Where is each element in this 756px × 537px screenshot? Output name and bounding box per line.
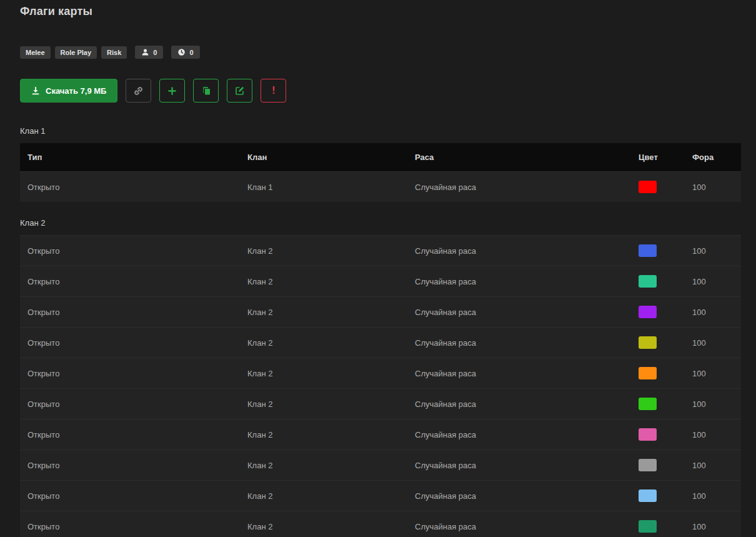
section-title: Клан 1 [20, 126, 741, 136]
section-title: Клан 2 [20, 218, 741, 228]
cell-race: Случайная раса [407, 172, 631, 203]
cell-type: Открыто [20, 481, 240, 511]
cell-handicap: 100 [685, 419, 741, 450]
person-icon [141, 48, 149, 56]
edit-button[interactable] [227, 79, 252, 103]
cell-handicap: 100 [685, 172, 741, 203]
table-row: ОткрытоКлан 2Случайная раса100 [20, 266, 741, 297]
page-title: Флаги карты [20, 5, 741, 18]
cell-clan: Клан 2 [240, 236, 407, 266]
table-row: ОткрытоКлан 1Случайная раса100 [20, 172, 741, 203]
cell-clan: Клан 2 [240, 511, 407, 537]
plus-icon [167, 86, 177, 96]
add-button[interactable] [159, 79, 185, 103]
color-swatch [639, 306, 657, 318]
column-header: Раса [407, 143, 631, 172]
cell-type: Открыто [20, 297, 240, 328]
flags-table: ТипКланРасаЦветФораОткрытоКлан 1Случайна… [20, 143, 741, 202]
players-count: 0 [153, 49, 157, 56]
color-swatch [639, 520, 657, 533]
table-row: ОткрытоКлан 2Случайная раса100 [20, 450, 741, 481]
tag-melee: Melee [20, 46, 51, 59]
cell-race: Случайная раса [407, 328, 631, 358]
cell-clan: Клан 2 [240, 481, 407, 511]
download-label: Скачать 7,9 МБ [46, 86, 106, 96]
cell-race: Случайная раса [407, 358, 631, 389]
cell-handicap: 100 [685, 481, 741, 511]
tag-risk: Risk [101, 46, 127, 59]
download-button[interactable]: Скачать 7,9 МБ [20, 79, 117, 103]
warning-button[interactable]: ! [261, 79, 286, 103]
color-swatch [639, 336, 657, 349]
color-swatch [639, 428, 657, 441]
table-row: ОткрытоКлан 2Случайная раса100 [20, 358, 741, 389]
cell-clan: Клан 2 [240, 358, 407, 389]
table-row: ОткрытоКлан 2Случайная раса100 [20, 481, 741, 511]
cell-handicap: 100 [685, 328, 741, 358]
cell-color [631, 358, 685, 389]
cell-clan: Клан 2 [240, 389, 407, 419]
cell-type: Открыто [20, 266, 240, 297]
chain-icon [133, 86, 144, 96]
cell-color [631, 511, 685, 537]
cell-handicap: 100 [685, 450, 741, 481]
cell-color [631, 389, 685, 419]
table-row: ОткрытоКлан 2Случайная раса100 [20, 511, 741, 537]
cell-color [631, 266, 685, 297]
cell-race: Случайная раса [407, 450, 631, 481]
cell-race: Случайная раса [407, 297, 631, 328]
column-header: Цвет [631, 143, 685, 172]
time-counter: 0 [171, 46, 199, 59]
color-swatch [639, 244, 657, 257]
cell-handicap: 100 [685, 236, 741, 266]
table-row: ОткрытоКлан 2Случайная раса100 [20, 297, 741, 328]
cell-type: Открыто [20, 389, 240, 419]
cell-race: Случайная раса [407, 511, 631, 537]
cell-color [631, 419, 685, 450]
clan-section: Клан 2ОткрытоКлан 2Случайная раса100Откр… [20, 218, 741, 537]
warning-icon: ! [272, 84, 276, 97]
cell-race: Случайная раса [407, 481, 631, 511]
players-counter: 0 [135, 46, 163, 59]
cell-color [631, 481, 685, 511]
page: Флаги карты Melee Role Play Risk 0 0 [0, 0, 756, 537]
color-swatch [639, 275, 657, 288]
cell-race: Случайная раса [407, 236, 631, 266]
cell-type: Открыто [20, 511, 240, 537]
cell-handicap: 100 [685, 389, 741, 419]
tags-row: Melee Role Play Risk 0 0 [20, 46, 741, 59]
edit-icon [235, 86, 245, 96]
time-count: 0 [189, 49, 193, 56]
cell-clan: Клан 2 [240, 419, 407, 450]
clock-icon [177, 48, 186, 56]
table-row: ОткрытоКлан 2Случайная раса100 [20, 236, 741, 266]
cell-race: Случайная раса [407, 419, 631, 450]
cell-type: Открыто [20, 419, 240, 450]
color-swatch [639, 398, 657, 410]
tag-roleplay: Role Play [55, 46, 97, 59]
column-header: Фора [685, 143, 741, 172]
cell-race: Случайная раса [407, 389, 631, 419]
cell-color [631, 328, 685, 358]
cell-handicap: 100 [685, 358, 741, 389]
cell-clan: Клан 2 [240, 328, 407, 358]
link-button[interactable] [126, 79, 151, 103]
cell-clan: Клан 2 [240, 266, 407, 297]
cell-clan: Клан 2 [240, 450, 407, 481]
cell-handicap: 100 [685, 511, 741, 537]
cell-handicap: 100 [685, 297, 741, 328]
cell-type: Открыто [20, 358, 240, 389]
cell-color [631, 450, 685, 481]
cell-type: Открыто [20, 172, 240, 203]
cell-type: Открыто [20, 328, 240, 358]
color-swatch [639, 489, 657, 502]
flags-table: ОткрытоКлан 2Случайная раса100ОткрытоКла… [20, 235, 741, 537]
color-swatch [639, 367, 657, 379]
clan-section: Клан 1ТипКланРасаЦветФораОткрытоКлан 1Сл… [20, 126, 741, 202]
cell-clan: Клан 1 [240, 172, 407, 203]
download-icon [31, 86, 40, 95]
column-header: Клан [240, 143, 407, 172]
cell-handicap: 100 [685, 266, 741, 297]
cell-clan: Клан 2 [240, 297, 407, 328]
copy-button[interactable] [193, 79, 219, 103]
